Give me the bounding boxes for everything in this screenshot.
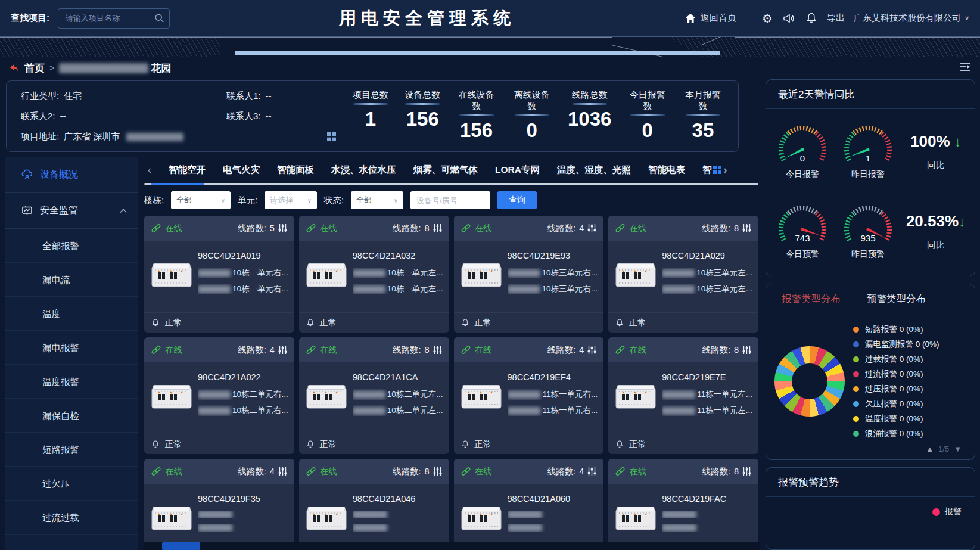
device-id: 98CC4D21A060: [508, 494, 598, 504]
tabs-scrollbar-track[interactable]: [144, 183, 758, 185]
device-card[interactable]: 在线 线路数: 4: [454, 216, 604, 333]
redacted-text: [353, 391, 385, 399]
redacted-text: [662, 269, 695, 277]
device-card-body: 98CC4D21A029 10栋三单元左... 10栋三单元左...: [608, 241, 758, 312]
device-card[interactable]: 在线 线路数: 8: [608, 216, 758, 333]
status-select[interactable]: 全部∨: [351, 191, 403, 209]
sound-button[interactable]: [783, 12, 796, 25]
sidebar-subitem[interactable]: 过欠压: [5, 467, 138, 501]
sliders-icon[interactable]: [433, 345, 442, 355]
back-arrow-icon[interactable]: [8, 63, 20, 74]
device-type-tab[interactable]: 智能空开: [169, 164, 206, 176]
device-card[interactable]: 在线 线路数: 4: [454, 459, 604, 550]
sliders-icon[interactable]: [433, 223, 442, 233]
tab-partial-clipped[interactable]: 智 ›: [702, 164, 727, 176]
sidebar-subitem[interactable]: 漏电报警: [5, 331, 138, 365]
alarm-comparison-panel: 最近2天警情同比 0 今日报警: [766, 79, 975, 276]
sliders-icon[interactable]: [278, 467, 287, 476]
device-card-header: 在线 线路数: 8: [608, 337, 758, 362]
sliders-icon[interactable]: [587, 467, 596, 476]
sidebar-subitem[interactable]: 漏电流: [5, 263, 138, 297]
device-card[interactable]: 在线 线路数: 4: [454, 337, 604, 454]
sidebar-subitem[interactable]: 温度: [5, 297, 138, 331]
sidebar-subitem[interactable]: 漏保自检: [5, 399, 138, 433]
stat-underline: [515, 114, 549, 116]
sidebar-subitem[interactable]: 过流过载: [5, 501, 138, 535]
building-filter-label: 楼栋:: [144, 195, 164, 206]
stat-underline: [405, 103, 440, 105]
device-card[interactable]: 在线 线路数: 8: [608, 337, 758, 454]
sidebar-subitem[interactable]: 短路报警: [5, 433, 138, 467]
project-search-input[interactable]: [58, 8, 170, 29]
sliders-icon[interactable]: [587, 345, 596, 355]
sliders-icon[interactable]: [278, 223, 287, 233]
breadcrumb-home[interactable]: 首页: [24, 61, 45, 75]
online-status: 在线: [306, 344, 337, 356]
pager-up-icon[interactable]: ▲: [926, 445, 934, 453]
sliders-icon[interactable]: [742, 345, 751, 355]
alarm-comparison-value: 100% ↓ 同比: [901, 132, 971, 171]
online-status: 在线: [615, 344, 646, 356]
horizontal-scrollbar[interactable]: [144, 542, 760, 550]
building-select[interactable]: 全部∨: [171, 191, 231, 209]
device-number-input[interactable]: [410, 191, 490, 209]
legend-label: 浪涌报警 0 (0%): [865, 428, 923, 439]
device-card-body: 98CC4D21A046: [299, 484, 449, 550]
device-card[interactable]: 在线 线路数: 4: [144, 337, 294, 454]
notifications-button[interactable]: [805, 12, 818, 25]
device-type-tab[interactable]: 烟雾、可燃气体: [413, 164, 478, 176]
device-type-tab[interactable]: 水浸、水位水压: [331, 164, 396, 176]
device-type-tab[interactable]: 电气火灾: [223, 164, 260, 176]
redacted-text: [198, 269, 231, 277]
online-status: 在线: [151, 466, 182, 477]
sliders-icon[interactable]: [587, 223, 596, 233]
sliders-icon[interactable]: [278, 345, 287, 355]
sliders-icon[interactable]: [433, 467, 442, 476]
device-card-footer: 正常: [299, 434, 449, 454]
sliders-icon[interactable]: [742, 467, 751, 476]
contact-3: 联系人3:--: [226, 111, 331, 122]
sliders-icon[interactable]: [742, 223, 751, 233]
unit-select[interactable]: 请选择∨: [265, 191, 317, 209]
distribution-body: 短路报警 0 (0%) 漏电监测报警 0 (0%) 过载报警 0 (0%) 过流…: [766, 313, 975, 442]
legend-label: 漏电监测报警 0 (0%): [865, 339, 939, 350]
tabs-scroll-left-icon[interactable]: ‹: [148, 164, 151, 176]
pager-down-icon[interactable]: ▼: [954, 445, 962, 453]
sidebar-subitem[interactable]: 全部报警: [5, 229, 138, 263]
device-card-info: 98CC4D219E7E 11栋一单元左... 11栋一单元左...: [662, 368, 752, 434]
gear-icon: ⚙: [762, 13, 773, 24]
query-button[interactable]: 查询: [497, 191, 537, 209]
project-info-grid: 行业类型:住宅 联系人1:-- 联系人2:-- 联系人3:-- 项目地址:广东省…: [7, 81, 331, 151]
warning-comparison-value: 20.53%↓ 同比: [901, 212, 971, 251]
device-id: 98CC4D219E7E: [662, 372, 752, 382]
stat-label: 本月报警数: [683, 89, 723, 112]
search-icon[interactable]: [154, 13, 164, 26]
device-type-tab[interactable]: 智能面板: [277, 164, 314, 176]
legend-item: 温度报警 0 (0%): [853, 411, 967, 426]
company-dropdown[interactable]: 广东艾科技术股份有限公司 ∨: [854, 13, 969, 24]
device-card[interactable]: 在线 线路数: 8: [608, 459, 758, 550]
sidebar-subitem[interactable]: 温度报警: [5, 365, 138, 399]
tab-alarm-distribution[interactable]: 报警类型分布: [782, 293, 841, 306]
tabs-scrollbar-thumb[interactable]: [151, 183, 204, 185]
device-type-tab[interactable]: 智能电表: [648, 164, 685, 176]
device-card[interactable]: 在线 线路数: 8: [299, 459, 449, 550]
breadcrumb-project: 花园: [59, 61, 171, 75]
device-type-tab[interactable]: LORA专网: [495, 164, 540, 176]
sidebar-item-device-overview[interactable]: 设备概况: [5, 157, 138, 193]
device-type-tab[interactable]: 温度、湿度、光照: [557, 164, 631, 176]
device-card[interactable]: 在线 线路数: 5: [144, 216, 294, 333]
export-button[interactable]: 导出: [827, 13, 845, 24]
grid-view-toggle-icon[interactable]: [713, 166, 721, 174]
settings-button[interactable]: ⚙: [761, 12, 774, 25]
tabs-scroll-right-icon[interactable]: ›: [723, 164, 727, 176]
sidebar-section-safety[interactable]: 安全监管: [5, 193, 138, 229]
tab-warning-distribution[interactable]: 预警类型分布: [867, 293, 926, 306]
device-card[interactable]: 在线 线路数: 8: [299, 337, 449, 454]
collapse-panel-button[interactable]: [959, 61, 972, 74]
grid-view-icon[interactable]: [327, 132, 336, 143]
horizontal-scrollbar-thumb[interactable]: [162, 542, 200, 550]
device-card[interactable]: 在线 线路数: 8: [299, 216, 449, 333]
device-card[interactable]: 在线 线路数: 4: [144, 459, 294, 550]
back-home-button[interactable]: 返回首页: [685, 13, 736, 24]
